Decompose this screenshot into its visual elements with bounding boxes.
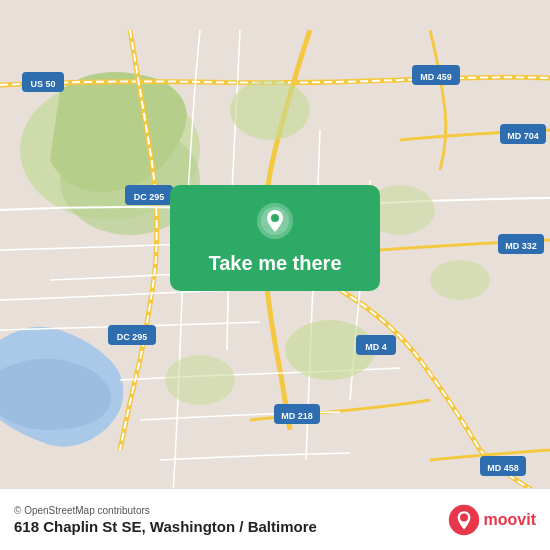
svg-point-30 [460, 513, 468, 521]
svg-text:MD 4: MD 4 [365, 342, 387, 352]
take-me-there-label: Take me there [208, 252, 341, 275]
take-me-there-button[interactable]: Take me there [170, 185, 380, 291]
address-text: 618 Chaplin St SE, Washington / Baltimor… [14, 518, 317, 535]
svg-text:MD 458: MD 458 [487, 463, 519, 473]
moovit-logo[interactable]: moovit [448, 504, 536, 536]
map-attribution: © OpenStreetMap contributors [14, 505, 317, 516]
svg-text:MD 332: MD 332 [505, 241, 537, 251]
map-container: US 50 DC 295 DC 295 MD 459 MD 704 MD 332… [0, 0, 550, 550]
svg-text:MD 218: MD 218 [281, 411, 313, 421]
svg-text:DC 295: DC 295 [117, 332, 148, 342]
moovit-icon [448, 504, 480, 536]
svg-text:MD 704: MD 704 [507, 131, 539, 141]
svg-text:MD 459: MD 459 [420, 72, 452, 82]
bottom-bar: © OpenStreetMap contributors 618 Chaplin… [0, 488, 550, 550]
svg-point-3 [230, 80, 310, 140]
svg-point-7 [165, 355, 235, 405]
svg-point-5 [430, 260, 490, 300]
bottom-info: © OpenStreetMap contributors 618 Chaplin… [14, 505, 317, 535]
svg-point-28 [271, 214, 279, 222]
svg-text:US 50: US 50 [30, 79, 55, 89]
moovit-brand-text: moovit [484, 511, 536, 529]
svg-text:DC 295: DC 295 [134, 192, 165, 202]
location-pin-icon [257, 203, 293, 242]
